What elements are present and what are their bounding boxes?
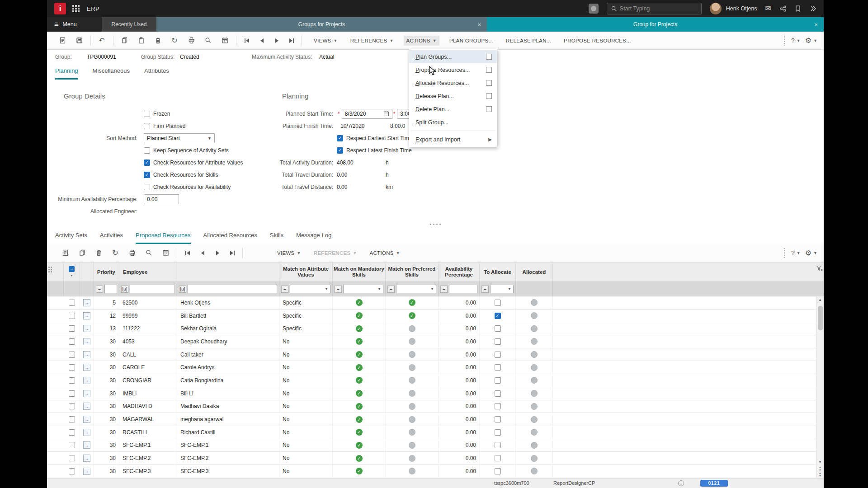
menu-item-split-group[interactable]: Split Group... — [409, 116, 497, 129]
pane-tab-groups-for-projects[interactable]: Groups for Projects × — [156, 17, 487, 32]
row-select-cell[interactable] — [64, 439, 80, 452]
priority-filter-input[interactable] — [104, 285, 117, 293]
row-select-cell[interactable] — [64, 310, 80, 322]
cell-to-allocate[interactable] — [480, 296, 516, 309]
lower-tab-proposed-resources[interactable]: Proposed Resources — [136, 232, 190, 244]
delete-icon[interactable] — [151, 34, 164, 47]
to-allocate-checkbox[interactable] — [495, 468, 501, 474]
share-icon[interactable] — [779, 5, 787, 12]
scrollbar-thumb[interactable] — [818, 306, 823, 330]
row-drill-cell[interactable]: → — [80, 335, 94, 348]
app-switcher-icon[interactable] — [72, 5, 80, 12]
settings-button[interactable]: ⚙▼ — [805, 249, 817, 257]
row-drill-cell[interactable]: → — [80, 413, 94, 426]
drill-down-icon[interactable]: → — [83, 455, 90, 462]
actions-button[interactable]: ACTIONS▼ — [367, 248, 403, 258]
print-icon[interactable] — [126, 247, 138, 259]
row-select-cell[interactable] — [64, 361, 80, 374]
drill-down-icon[interactable]: → — [83, 364, 90, 371]
first-record-button[interactable] — [182, 247, 193, 259]
cell-to-allocate[interactable] — [480, 426, 516, 439]
print-icon[interactable] — [185, 34, 198, 47]
to-allocate-checkbox[interactable] — [495, 403, 501, 409]
sort-method-select[interactable]: Planned Start ▼ — [144, 133, 215, 143]
row-drill-cell[interactable]: → — [80, 400, 94, 413]
filter-operator-button[interactable]: = — [96, 286, 103, 293]
propose-resources-button[interactable]: PROPOSE RESOURCES... — [561, 36, 634, 46]
info-icon[interactable]: i — [678, 480, 684, 486]
to-allocate-checkbox[interactable] — [495, 390, 501, 397]
references-button[interactable]: REFERENCES▼ — [348, 36, 396, 46]
row-select-cell[interactable] — [64, 296, 80, 309]
respect-earliest-checkbox[interactable] — [337, 135, 343, 141]
global-search[interactable] — [607, 3, 702, 14]
calendar-clock-icon[interactable] — [159, 247, 172, 259]
views-button[interactable]: VIEWS▼ — [274, 248, 304, 258]
to-allocate-checkbox[interactable] — [495, 442, 501, 448]
cell-to-allocate[interactable] — [480, 439, 516, 452]
to-allocate-checkbox[interactable] — [495, 455, 501, 461]
table-row[interactable]: → 30 IMBLI Bill Li No 0.00 — [47, 387, 824, 400]
menu-item-delete-plan[interactable]: Delete Plan... — [409, 103, 497, 116]
row-select-cell[interactable] — [64, 387, 80, 400]
scroll-down-icon[interactable]: ▼ — [816, 459, 824, 465]
filter-operator-button[interactable]: = — [281, 286, 288, 293]
cell-to-allocate[interactable] — [480, 465, 516, 478]
calendar-clock-icon[interactable] — [218, 34, 231, 47]
find-icon[interactable] — [142, 247, 155, 259]
header-match-attribute-values[interactable]: Match on Attribute Values — [279, 263, 333, 282]
row-drill-cell[interactable]: → — [80, 387, 94, 400]
mail-icon[interactable]: ✉ — [765, 5, 771, 12]
scroll-page-down-icon[interactable]: ▼▼ — [816, 472, 824, 478]
save-icon[interactable] — [73, 34, 85, 47]
table-row[interactable]: → 30 MADHAVI D Madhavi Dasika No 0.00 — [47, 400, 824, 413]
last-record-button[interactable] — [226, 247, 238, 259]
drill-down-icon[interactable]: → — [83, 390, 90, 397]
row-drill-cell[interactable]: → — [80, 465, 94, 478]
drill-down-icon[interactable]: → — [83, 416, 90, 423]
grid-vertical-scrollbar[interactable]: ▲ ▼ ▲▲ ▼▼ — [816, 297, 824, 478]
menu-button[interactable]: ≡ Menu — [47, 17, 101, 32]
tab-planning[interactable]: Planning — [55, 67, 78, 80]
tab-attributes[interactable]: Attributes — [144, 67, 169, 80]
close-icon[interactable]: × — [814, 21, 818, 28]
menu-item-allocate-resources[interactable]: Allocate Resources... — [409, 76, 497, 89]
search-input[interactable] — [620, 5, 698, 12]
copy-icon[interactable] — [75, 247, 88, 259]
row-checkbox[interactable] — [69, 468, 75, 474]
menu-item-plan-groups[interactable]: Plan Groups... — [409, 50, 497, 63]
cell-to-allocate[interactable] — [480, 413, 516, 426]
filter-clear-icon[interactable] — [816, 265, 823, 272]
to-allocate-checkbox[interactable] — [495, 338, 501, 345]
scroll-up-icon[interactable]: ▲ — [816, 297, 824, 303]
collapse-icon[interactable] — [809, 5, 816, 12]
row-select-cell[interactable] — [64, 426, 80, 439]
cell-to-allocate[interactable] — [480, 374, 516, 387]
menu-item-propose-resources[interactable]: Propose Resources... — [409, 63, 497, 76]
firm-planned-checkbox[interactable] — [144, 123, 150, 129]
drill-down-icon[interactable]: → — [83, 403, 90, 410]
filter-operator-button[interactable]: = — [481, 286, 489, 293]
employee-code-filter-input[interactable] — [130, 285, 175, 293]
drill-down-icon[interactable]: → — [83, 312, 90, 319]
help-button[interactable]: ?▼ — [791, 249, 800, 256]
row-select-cell[interactable] — [64, 452, 80, 465]
row-drill-cell[interactable]: → — [80, 439, 94, 452]
filter-alpha-button[interactable]: [a] — [179, 286, 186, 293]
header-to-allocate[interactable]: To Allocate — [480, 263, 516, 282]
match-mandatory-filter-select[interactable]: ▼ — [343, 285, 383, 293]
refresh-icon[interactable]: ↻ — [109, 247, 122, 259]
lower-tab-allocated-resources[interactable]: Allocated Resources — [203, 232, 257, 244]
header-employee-name[interactable] — [177, 263, 279, 282]
row-checkbox[interactable] — [69, 429, 75, 436]
row-drill-cell[interactable]: → — [80, 310, 94, 322]
row-checkbox[interactable] — [69, 403, 75, 409]
row-checkbox[interactable] — [69, 416, 75, 422]
close-icon[interactable]: × — [477, 21, 481, 28]
cell-to-allocate[interactable] — [480, 348, 516, 361]
filter-operator-button[interactable]: = — [387, 286, 395, 293]
to-allocate-checkbox[interactable] — [495, 429, 501, 436]
frozen-checkbox[interactable] — [144, 111, 150, 117]
row-checkbox[interactable] — [69, 338, 75, 345]
header-match-preferred-skills[interactable]: Match on Preferred Skills — [386, 263, 439, 282]
